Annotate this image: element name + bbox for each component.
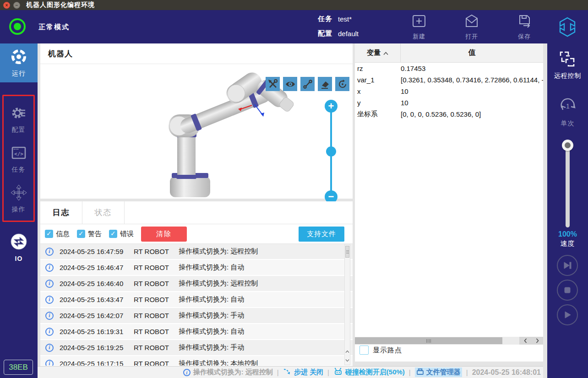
config-value: default [338,30,359,38]
new-button[interactable]: 新建 [403,14,435,41]
status-badge[interactable]: 38EB [4,360,33,375]
log-scrollbar[interactable] [344,244,350,365]
remote-control-icon [558,50,577,70]
remote-control-button[interactable]: 远程控制 [547,50,588,80]
tools-icon[interactable] [266,77,280,91]
scroll-left-icon[interactable] [519,337,531,345]
minimize-icon[interactable]: − [13,2,20,9]
log-row[interactable]: i 2024-05-25 16:19:25 RT ROBOT 操作模式切换为: … [40,340,353,356]
log-source: RT ROBOT [134,344,179,351]
variables-header: 变量 值 [355,43,543,63]
robot-3d-view[interactable]: + − [40,64,353,198]
save-button[interactable]: 保存 [508,14,540,41]
log-row[interactable]: i 2024-05-25 16:46:40 RT ROBOT 操作模式切换为: … [40,276,353,292]
filter-info-label: 信息 [56,230,70,238]
clear-button[interactable]: 清除 [141,227,187,242]
support-files-button[interactable]: 支持文件 [299,227,344,242]
statusbar-collision[interactable]: 碰撞检测开启(50%) [333,367,405,377]
save-icon [516,14,533,31]
log-message: 操作模式切换为: 手动 [179,343,244,352]
column-variable[interactable]: 变量 [355,43,401,62]
divider: | [466,368,468,376]
log-row[interactable]: i 2024-05-25 16:43:47 RT ROBOT 操作模式切换为: … [40,292,353,308]
file-manager-label: 文件管理器 [426,368,461,377]
variables-hscrollbar[interactable] [355,337,543,345]
gear-icon [10,104,27,124]
filter-error-checkbox[interactable] [109,230,117,238]
variable-row[interactable]: x 10 [355,86,543,97]
collision-robot-icon [333,367,343,377]
stop-button[interactable] [557,280,578,301]
variable-row[interactable]: var_1 [0.3261, 0.35348, 0.73416, 2.72866… [355,74,543,86]
log-message: 操作模式切换为: 本地控制 [179,359,258,366]
log-time: 2024-05-25 16:19:25 [60,344,134,351]
scroll-up-icon[interactable] [345,347,350,356]
task-value: test* [338,15,352,23]
single-run-button[interactable]: 1 单次 [547,96,588,128]
log-message: 操作模式切换为: 自动 [179,263,244,272]
show-waypoints-row: 显示路点 [359,346,402,355]
sidebar-item-operate[interactable]: 操作 [4,180,33,217]
sidebar-item-label: IO [15,255,23,262]
variable-row[interactable]: rz 0.17453 [355,63,543,74]
log-source: RT ROBOT [134,264,179,271]
path-icon[interactable] [300,77,315,91]
scroll-right-icon[interactable] [531,337,543,345]
sidebar-item-run[interactable]: 运行 [0,43,38,82]
log-row[interactable]: i 2024-05-25 16:46:47 RT ROBOT 操作模式切换为: … [40,260,353,276]
log-time: 2024-05-25 16:42:07 [60,312,134,319]
close-icon[interactable]: × [3,2,10,9]
variable-value: [0.3261, 0.35348, 0.73416, 2.72866, 0.61… [401,76,543,84]
variable-row[interactable]: 坐标系 [0, 0, 0, 0.5236, 0.5236, 0] [355,108,543,120]
hscrollbar-thumb[interactable] [355,337,502,344]
sidebar-item-task[interactable]: </> 任务 [4,140,33,177]
tab-status[interactable]: 状态 [82,201,125,224]
show-waypoints-checkbox[interactable] [359,346,369,355]
file-manager-button[interactable]: 文件管理器 [415,367,462,377]
eye-icon[interactable] [283,77,297,91]
robot-panel-title: 机器人 [40,43,353,64]
single-cycle-icon: 1 [557,96,578,118]
filter-warning-label: 警告 [88,230,102,238]
log-row[interactable]: i 2024-05-25 16:17:15 RT ROBOT 操作模式切换为: … [40,356,353,366]
zoom-slider-knob[interactable] [326,146,336,157]
statusbar-step[interactable]: 步进 关闭 [283,368,323,377]
variable-value: 0.17453 [401,65,543,72]
log-row[interactable]: i 2024-05-25 16:42:07 RT ROBOT 操作模式切换为: … [40,308,353,324]
tab-log[interactable]: 日志 [40,201,82,224]
variable-row[interactable]: y 10 [355,97,543,108]
sidebar-item-config[interactable]: 配置 [4,101,33,137]
speed-slider-track[interactable] [566,146,570,227]
step-forward-button[interactable] [557,255,578,276]
divider: | [327,368,329,376]
play-button[interactable] [557,304,578,325]
log-time: 2024-05-25 16:17:15 [60,360,134,366]
rotate-icon[interactable] [335,77,349,91]
sidebar-item-io[interactable]: IO [0,229,38,265]
sidebar-item-label: 任务 [12,166,26,174]
highlight-group-border: 配置 </> 任务 操作 [2,95,35,222]
zoom-in-button[interactable]: + [325,100,338,113]
new-file-icon [411,14,427,31]
sidebar-item-label: 运行 [12,70,26,78]
log-time: 2024-05-25 16:46:40 [60,280,134,287]
remote-control-label: 远程控制 [554,72,582,80]
filter-info-checkbox[interactable] [45,230,53,238]
step-icon [283,368,291,377]
open-button[interactable]: 打开 [456,14,488,41]
filter-warning-checkbox[interactable] [77,230,85,238]
log-row[interactable]: i 2024-05-25 16:47:59 RT ROBOT 操作模式切换为: … [40,244,353,260]
variable-value: [0, 0, 0, 0.5236, 0.5236, 0] [401,110,543,118]
speed-slider [547,140,588,229]
log-filter-bar: 信息 警告 错误 清除 支持文件 [40,224,353,243]
scroll-down-icon[interactable] [345,356,350,364]
log-tabs: 日志 状态 [40,201,353,224]
log-row[interactable]: i 2024-05-25 16:19:31 RT ROBOT 操作模式切换为: … [40,324,353,340]
sort-asc-icon [383,49,388,57]
show-waypoints-label: 显示路点 [373,346,402,355]
open-file-icon [463,14,480,31]
scrollbar-thumb[interactable] [345,246,349,258]
speed-readout: 100% 速度 [547,230,588,248]
speed-slider-knob[interactable] [562,140,573,151]
eraser-icon[interactable] [318,77,332,91]
